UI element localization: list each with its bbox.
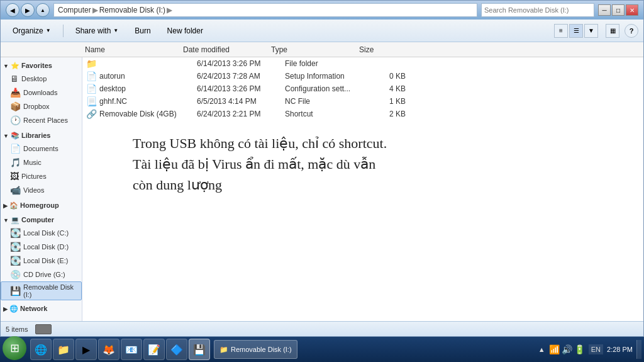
share-label: Share with [75,26,111,35]
sidebar-item-desktop[interactable]: 🖥 Desktop [1,72,82,86]
sidebar-item-pictures-label: Pictures [21,173,47,180]
up-button[interactable]: ▲ [36,3,50,17]
table-row[interactable]: 📁 6/14/2013 3:26 PM File folder [82,57,643,70]
burn-button[interactable]: Burn [128,23,157,39]
homegroup-label: 🏠 Homegroup [9,201,59,210]
sidebar-item-cd-g-label: CD Drive (G:) [23,271,65,278]
address-bar[interactable]: Computer ▶ Removable Disk (I:) ▶ [53,3,477,17]
sidebar-item-recent[interactable]: 🕐 Recent Places [1,113,82,127]
taskbar-explorer-window[interactable]: 📁 Removable Disk (I:) [214,340,297,359]
file-date-2: 6/14/2013 3:26 PM [197,84,285,93]
network-tray-icon[interactable]: 📶 [549,344,560,354]
view-toggle-button[interactable]: ≡ [554,24,568,38]
toolbar-sep1 [63,25,64,37]
local-d-icon: 💽 [10,242,21,252]
sidebar-item-dropbox-label: Dropbox [23,103,50,110]
taskbar-app7-icon[interactable]: 🔷 [166,339,187,360]
sidebar-item-cd-g[interactable]: 💿 CD Drive (G:) [1,268,82,281]
battery-tray-icon[interactable]: 🔋 [574,344,585,354]
sidebar-item-downloads-label: Downloads [23,89,57,96]
favorites-header[interactable]: ▼ ⭐ Favorites [1,60,82,72]
computer-label: 💻 Computer [11,216,54,224]
file-type-3: NC File [285,97,373,106]
language-indicator[interactable]: EN [589,344,603,354]
file-size-1: 0 KB [373,72,411,81]
taskbar-system-tray: ▲ 📶 🔊 🔋 EN 2:28 PM [538,340,641,359]
sidebar-item-local-e[interactable]: 💽 Local Disk (E:) [1,254,82,268]
col-date-header[interactable]: Date modified [183,45,271,54]
pictures-icon: 🖼 [10,171,19,181]
col-size-header[interactable]: Size [359,45,397,54]
sidebar-item-desktop-label: Desktop [21,75,47,82]
sidebar-item-local-d[interactable]: 💽 Local Disk (D:) [1,240,82,254]
back-button[interactable]: ◀ [6,3,19,17]
file-date-3: 6/5/2013 4:14 PM [197,97,285,106]
volume-tray-icon[interactable]: 🔊 [562,344,572,354]
table-row[interactable]: 📃 ghhf.NC 6/5/2013 4:14 PM NC File 1 KB [82,95,643,108]
taskbar-explorer-icon[interactable]: 📁 [53,339,74,360]
table-row[interactable]: 📄 desktop 6/14/2013 3:26 PM Configuratio… [82,82,643,95]
sidebar-item-documents[interactable]: 📄 Documents [1,142,82,156]
cd-g-icon: 💿 [10,269,21,280]
view-controls: ≡ ☰ ▼ ▦ ? [554,24,638,38]
favorites-label: ⭐ Favorites [11,62,52,70]
window-controls: ─ □ ✕ [598,4,638,16]
music-icon: 🎵 [10,157,21,167]
taskbar-app6-icon[interactable]: 📝 [143,339,165,360]
organize-button[interactable]: Organize ▼ [6,23,58,39]
sidebar-item-pictures[interactable]: 🖼 Pictures [1,169,82,183]
homegroup-header[interactable]: ▶ 🏠 Homegroup [1,200,82,212]
removable-i-icon: 💾 [10,286,21,296]
start-button[interactable]: ⊞ [3,336,26,360]
minimize-button[interactable]: ─ [598,4,611,16]
sidebar-item-videos[interactable]: 📹 Videos [1,183,82,197]
taskbar-media-icon[interactable]: ▶ [75,339,97,360]
table-row[interactable]: 🔗 Removable Disk (4GB) 6/24/2013 2:21 PM… [82,108,643,120]
libraries-header[interactable]: ▼ 📚 Libraries [1,130,82,142]
sidebar-item-downloads[interactable]: 📥 Downloads [1,86,82,99]
file-name-1: autorun [99,72,197,81]
libraries-label: 📚 Libraries [11,132,51,140]
clock[interactable]: 2:28 PM [607,346,633,353]
share-button[interactable]: Share with ▼ [69,23,126,39]
taskbar-app5-icon[interactable]: 📧 [121,339,142,360]
file-size-2: 4 KB [373,84,411,93]
network-header[interactable]: ▶ 🌐 Network [1,303,82,315]
desktop-icon: 🖥 [10,74,19,84]
close-button[interactable]: ✕ [626,4,638,16]
taskbar-ff-icon[interactable]: 🦊 [98,339,119,360]
new-folder-button[interactable]: New folder [160,23,210,39]
search-input[interactable] [484,6,591,14]
show-desktop-button[interactable] [636,340,641,359]
taskbar-app8-icon[interactable]: 💾 [189,339,210,360]
computer-header[interactable]: ▼ 💻 Computer [1,214,82,226]
maximize-button[interactable]: □ [612,4,625,16]
nc-file-icon: 📃 [86,96,97,107]
view-details-button[interactable]: ☰ [569,24,583,38]
preview-pane-button[interactable]: ▦ [606,24,619,38]
view-arrow-button[interactable]: ▼ [584,24,598,38]
libraries-arrow: ▼ [3,133,9,139]
sidebar-item-dropbox[interactable]: 📦 Dropbox [1,99,82,113]
sidebar-item-local-c-label: Local Disk (C:) [23,229,69,237]
sidebar-item-local-c[interactable]: 💽 Local Disk (C:) [1,226,82,240]
nav-controls: ◀ ▶ ▲ [6,3,50,17]
path-sep2: ▶ [167,6,172,14]
burn-label: Burn [135,26,150,35]
sidebar-item-music[interactable]: 🎵 Music [1,156,82,169]
help-button[interactable]: ? [625,24,638,38]
path-sep1: ▶ [92,6,98,14]
taskbar-ie-icon[interactable]: 🌐 [30,339,52,360]
col-type-header[interactable]: Type [271,45,359,54]
sidebar-item-removable-i[interactable]: 💾 Removable Disk (I:) [1,281,82,300]
computer-arrow: ▼ [3,217,9,223]
table-row[interactable]: 📄 autorun 6/24/2013 7:28 AM Setup Inform… [82,70,643,82]
recent-icon: 🕐 [10,115,21,125]
taskbar-up-arrow[interactable]: ▲ [538,346,545,353]
search-box[interactable] [481,3,594,17]
downloads-icon: 📥 [10,88,21,98]
taskbar-tray-icons: 📶 🔊 🔋 [549,344,585,354]
forward-button[interactable]: ▶ [21,3,35,17]
file-name-2: desktop [99,84,197,93]
col-name-header[interactable]: Name [82,45,183,54]
